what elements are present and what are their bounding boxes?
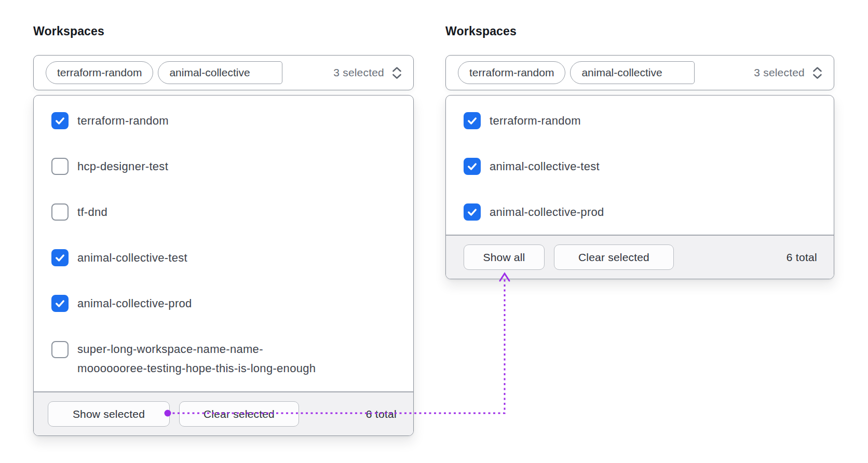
workspace-option-row[interactable]: hcp-designer-test: [34, 143, 413, 189]
checkbox[interactable]: [51, 112, 69, 129]
up-down-chevron-icon[interactable]: [811, 66, 823, 80]
workspace-option-list: terraform-random hcp-designer-test: [34, 96, 413, 391]
checkbox[interactable]: [51, 249, 69, 266]
workspace-option-row[interactable]: super-long-workspace-name-name- moooooor…: [34, 326, 413, 391]
workspace-option-row[interactable]: tf-dnd: [34, 189, 413, 235]
check-icon: [54, 115, 66, 127]
clear-selected-button[interactable]: Clear selected: [179, 401, 299, 427]
selected-tag[interactable]: terraform-random: [458, 61, 565, 84]
workspace-option-list: terraform-random animal-collective-test: [446, 96, 834, 235]
selected-tag[interactable]: terraform-random: [46, 61, 153, 84]
list-footer: Show selected Clear selected 6 total: [34, 391, 413, 435]
workspace-option-label: tf-dnd: [77, 202, 107, 222]
workspace-option-row[interactable]: terraform-random: [446, 98, 834, 143]
workspace-option-row[interactable]: terraform-random: [34, 98, 413, 143]
workspace-option-label: animal-collective-prod: [77, 294, 192, 313]
checkbox[interactable]: [51, 158, 69, 175]
workspace-option-row[interactable]: animal-collective-prod: [446, 189, 834, 235]
checkbox[interactable]: [51, 295, 69, 312]
up-down-chevron-icon[interactable]: [391, 66, 403, 80]
check-icon: [54, 297, 66, 309]
selected-count: 3 selected: [754, 66, 805, 79]
check-icon: [466, 115, 478, 127]
show-selected-button[interactable]: Show selected: [48, 401, 170, 427]
workspace-option-row[interactable]: animal-collective-test: [34, 235, 413, 280]
selected-tag-truncated[interactable]: animal-collective: [158, 61, 282, 84]
workspace-option-label: animal-collective-test: [77, 248, 187, 267]
checkbox[interactable]: [51, 341, 69, 358]
checkbox[interactable]: [464, 158, 481, 175]
workspaces-multiselect-right: Workspaces terraform-random animal-colle…: [445, 24, 834, 279]
total-count: 6 total: [366, 408, 397, 420]
check-icon: [54, 252, 66, 264]
checkbox[interactable]: [464, 203, 481, 221]
selected-tag-truncated[interactable]: animal-collective: [570, 61, 695, 84]
workspaces-multiselect-left: Workspaces terraform-random animal-colle…: [33, 24, 414, 436]
workspace-option-label: terraform-random: [77, 111, 169, 130]
workspace-option-label: terraform-random: [490, 111, 581, 130]
checkbox[interactable]: [464, 112, 481, 129]
total-count: 6 total: [786, 251, 817, 264]
workspace-option-label: super-long-workspace-name-name- moooooor…: [77, 339, 316, 378]
workspace-option-label: animal-collective-prod: [490, 202, 604, 222]
page-title: Workspaces: [33, 24, 414, 38]
workspace-select-trigger[interactable]: terraform-random animal-collective 3 sel…: [445, 55, 834, 90]
workspace-option-label: hcp-designer-test: [77, 157, 168, 176]
page-title: Workspaces: [445, 24, 834, 38]
show-all-button[interactable]: Show all: [464, 244, 545, 270]
check-icon: [466, 206, 478, 218]
workspace-option-row[interactable]: animal-collective-test: [446, 143, 834, 189]
check-icon: [466, 160, 478, 172]
list-footer: Show all Clear selected 6 total: [446, 235, 834, 279]
workspace-option-row[interactable]: animal-collective-prod: [34, 280, 413, 326]
selected-count: 3 selected: [333, 66, 384, 79]
clear-selected-button[interactable]: Clear selected: [554, 244, 674, 270]
workspace-option-label: animal-collective-test: [490, 157, 600, 176]
dropdown-card: terraform-random hcp-designer-test: [33, 95, 414, 436]
workspace-select-trigger[interactable]: terraform-random animal-collective 3 sel…: [33, 55, 414, 90]
checkbox[interactable]: [51, 203, 69, 221]
dropdown-card: terraform-random animal-collective-test: [445, 95, 834, 279]
